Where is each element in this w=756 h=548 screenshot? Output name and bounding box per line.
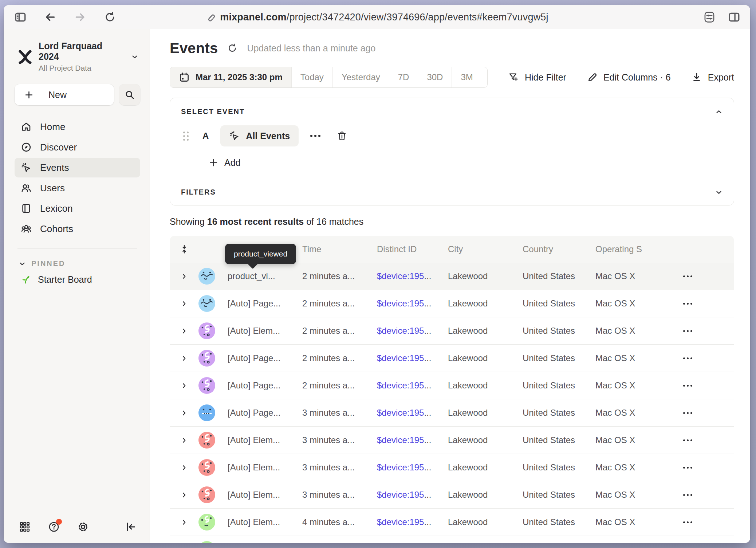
expand-row-icon[interactable] xyxy=(181,492,188,498)
distinct-id-link[interactable]: $device:195... xyxy=(377,490,448,500)
expand-row-icon[interactable] xyxy=(181,328,188,334)
refresh-icon[interactable] xyxy=(227,43,237,53)
distinct-id-link[interactable]: $device:195... xyxy=(377,353,448,363)
distinct-id-link[interactable]: $device:195... xyxy=(377,408,448,418)
forward-icon xyxy=(73,10,87,24)
distinct-id-link[interactable]: $device:195... xyxy=(377,326,448,336)
sidebar-item-events[interactable]: Events xyxy=(15,158,140,177)
date-preset-today[interactable]: Today xyxy=(292,67,333,87)
drag-handle[interactable] xyxy=(183,132,189,141)
column-header-os[interactable]: Operating S xyxy=(595,244,677,254)
column-header-distinct-id[interactable]: Distinct ID xyxy=(377,244,448,254)
help-icon[interactable] xyxy=(47,520,61,534)
distinct-id-link[interactable]: $device:195... xyxy=(377,435,448,445)
row-menu-icon[interactable] xyxy=(680,272,696,281)
event-name[interactable]: [Auto] Elem... xyxy=(228,435,302,445)
distinct-id-link[interactable]: $device:195... xyxy=(377,271,448,281)
sidebar-item-discover[interactable]: Discover xyxy=(15,137,140,157)
expand-row-icon[interactable] xyxy=(181,437,188,444)
project-switcher[interactable]: Lord Farquaad 2024 All Project Data xyxy=(15,39,140,75)
sidebar-item-lexicon[interactable]: Lexicon xyxy=(15,199,140,218)
export-button[interactable]: Export xyxy=(691,72,734,83)
row-menu-icon[interactable] xyxy=(680,436,696,445)
event-name[interactable]: [Auto] Elem... xyxy=(228,517,302,527)
add-event-button[interactable]: Add xyxy=(209,157,723,168)
event-name[interactable]: [Auto] Page... xyxy=(228,380,302,391)
table-row[interactable]: [Auto] Page... 2 minutes a... $device:19… xyxy=(170,345,734,372)
event-name[interactable]: [Auto] Elem... xyxy=(228,326,302,336)
sidebar-toggle-icon[interactable] xyxy=(13,10,28,24)
gear-icon[interactable] xyxy=(76,520,90,534)
expand-row-icon[interactable] xyxy=(181,464,188,471)
expand-row-icon[interactable] xyxy=(181,300,188,307)
event-name[interactable]: [Auto] Elem... xyxy=(228,490,302,500)
event-country: United States xyxy=(523,435,595,445)
expand-row-icon[interactable] xyxy=(181,382,188,389)
row-menu-icon[interactable] xyxy=(680,518,696,527)
table-row[interactable]: [Auto] Elem... 3 minutes a... $device:19… xyxy=(170,427,734,454)
table-row[interactable]: [Auto] Elem... 2 minutes a... $device:19… xyxy=(170,317,734,345)
table-row[interactable]: [Auto] Page... 3 minutes a... $device:19… xyxy=(170,399,734,427)
expand-row-icon[interactable] xyxy=(181,519,188,526)
row-menu-icon[interactable] xyxy=(680,326,696,336)
expand-row-icon[interactable] xyxy=(181,273,188,280)
row-menu-icon[interactable] xyxy=(680,354,696,363)
page-settings-icon[interactable] xyxy=(702,10,717,24)
pinned-section-header[interactable]: PINNED xyxy=(18,259,140,268)
trash-icon[interactable] xyxy=(336,130,347,141)
date-preset-yesterday[interactable]: Yesterday xyxy=(333,67,389,87)
row-menu-icon[interactable] xyxy=(680,490,696,500)
search-button[interactable] xyxy=(119,84,140,105)
reload-icon[interactable] xyxy=(103,10,117,24)
distinct-id-link[interactable]: $device:195... xyxy=(377,298,448,309)
sidebar-item-starter-board[interactable]: Starter Board xyxy=(15,270,140,289)
date-preset-7d[interactable]: 7D xyxy=(389,67,418,87)
hide-filter-label: Hide Filter xyxy=(525,72,566,83)
distinct-id-link[interactable]: $device:195... xyxy=(377,517,448,527)
table-row[interactable]: [Auto] Page... 2 minutes a... $device:19… xyxy=(170,290,734,317)
date-range-selected[interactable]: Mar 11, 2025 3:30 pm xyxy=(170,67,292,87)
row-menu-icon[interactable] xyxy=(680,463,696,472)
distinct-id-link[interactable]: $device:195... xyxy=(377,380,448,391)
date-preset-6m[interactable]: 6M xyxy=(482,67,488,87)
table-row[interactable]: [Auto] Elem... 3 minutes a... $device:19… xyxy=(170,454,734,481)
column-header-city[interactable]: City xyxy=(448,244,523,254)
event-name[interactable]: product_vi... xyxy=(228,271,302,281)
event-avatar xyxy=(198,377,215,394)
event-name[interactable]: [Auto] Page... xyxy=(228,408,302,418)
split-view-icon[interactable] xyxy=(727,10,741,24)
expand-row-icon[interactable] xyxy=(181,410,188,416)
sidebar-item-home[interactable]: Home xyxy=(15,117,140,137)
distinct-id-link[interactable]: $device:195... xyxy=(377,462,448,473)
table-row[interactable]: [Auto] Elem... 3 minutes a... $device:19… xyxy=(170,481,734,509)
edit-columns-button[interactable]: Edit Columns · 6 xyxy=(587,72,671,83)
event-selector-chip[interactable]: All Events xyxy=(220,125,299,146)
event-name[interactable]: [Auto] Page... xyxy=(228,298,302,309)
sidebar-item-cohorts[interactable]: Cohorts xyxy=(15,219,140,239)
collapse-sidebar-icon[interactable] xyxy=(123,520,138,534)
date-preset-3m[interactable]: 3M xyxy=(452,67,482,87)
chevron-down-icon[interactable] xyxy=(715,188,723,196)
collapse-rows-icon[interactable] xyxy=(180,244,189,254)
back-icon[interactable] xyxy=(43,10,58,24)
table-row[interactable]: [Auto] Elem... 4 minutes a... $device:19… xyxy=(170,509,734,536)
hide-filter-button[interactable]: Hide Filter xyxy=(508,72,566,83)
table-row-partial[interactable] xyxy=(170,536,734,543)
more-options-icon[interactable] xyxy=(307,132,323,140)
table-row[interactable]: [Auto] Page... 2 minutes a... $device:19… xyxy=(170,372,734,399)
row-menu-icon[interactable] xyxy=(680,408,696,418)
row-menu-icon[interactable] xyxy=(680,381,696,390)
date-preset-30d[interactable]: 30D xyxy=(418,67,452,87)
chevron-up-icon[interactable] xyxy=(715,108,723,116)
column-header-country[interactable]: Country xyxy=(523,244,595,254)
address-bar[interactable]: mixpanel.com/project/3472420/view/397469… xyxy=(205,11,548,23)
sidebar-item-users[interactable]: Users xyxy=(15,178,140,198)
new-button[interactable]: New xyxy=(15,84,114,105)
event-city: Lakewood xyxy=(448,462,523,473)
event-name[interactable]: [Auto] Page... xyxy=(228,353,302,363)
expand-row-icon[interactable] xyxy=(181,355,188,362)
row-menu-icon[interactable] xyxy=(680,299,696,308)
event-name[interactable]: [Auto] Elem... xyxy=(228,462,302,473)
column-header-time[interactable]: Time xyxy=(302,244,377,254)
apps-grid-icon[interactable] xyxy=(17,520,32,534)
